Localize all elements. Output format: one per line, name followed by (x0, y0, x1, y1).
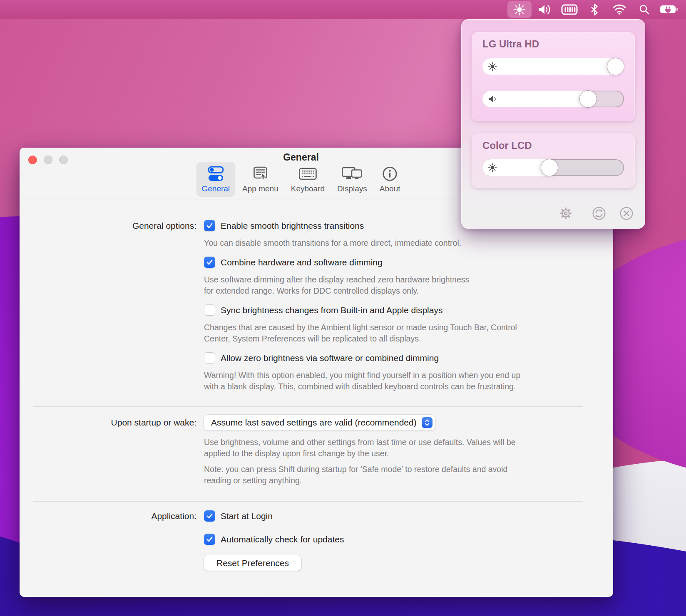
checkbox-label: Enable smooth brightness transitions (221, 220, 364, 232)
checkbox-row: Allow zero brightness via software or co… (204, 352, 613, 364)
tab-label: Displays (337, 184, 367, 193)
check-icon (206, 258, 214, 266)
checkbox-label: Sync brightness changes from Built-in an… (221, 304, 442, 316)
check-icon (206, 222, 214, 230)
close-panel-button[interactable] (619, 206, 634, 221)
settings-button[interactable] (558, 206, 573, 221)
general-options-controls: Enable smooth brightness transitions You… (204, 220, 613, 400)
reset-preferences-button[interactable]: Reset Preferences (204, 555, 301, 571)
option-description: Use software dimming after the display r… (204, 274, 613, 297)
brightness-slider[interactable] (482, 159, 624, 176)
volume-slider[interactable] (482, 91, 624, 107)
bluetooth-menu-icon[interactable] (582, 1, 606, 18)
volume-menu-icon[interactable] (532, 1, 557, 18)
sun-icon (513, 3, 526, 16)
brightness-slider[interactable] (482, 58, 624, 75)
slider-fill (482, 58, 623, 75)
displays-icon (341, 166, 363, 182)
search-menu-icon[interactable] (632, 1, 656, 18)
minimize-window-button[interactable] (44, 156, 52, 164)
checkbox-row: Combine hardware and software dimming (204, 257, 613, 268)
sun-icon (488, 62, 497, 71)
select-stepper-icon (422, 417, 432, 428)
speaker-icon (488, 95, 497, 103)
checkbox-auto-updates[interactable] (204, 534, 215, 545)
application-label: Application: (20, 510, 204, 571)
screen: LG Ultra HD (0, 0, 686, 616)
checkbox-label: Combine hardware and software dimming (221, 257, 383, 268)
menu-bar (0, 0, 686, 19)
tab-label: Keyboard (291, 184, 325, 193)
checkbox-row: Sync brightness changes from Built-in an… (204, 304, 613, 316)
general-options-row: General options: Enable smooth brightnes… (20, 220, 613, 400)
display-name: Color LCD (482, 140, 532, 151)
startup-row: Upon startup or wake: Assume last saved … (20, 415, 613, 494)
select-value: Assume last saved settings are valid (re… (211, 418, 417, 428)
slider-fill (482, 91, 596, 107)
tab-label: General (201, 184, 230, 193)
startup-description: Use brightness, volume and other setting… (204, 437, 613, 459)
slider-knob[interactable] (541, 159, 558, 176)
startup-label: Upon startup or wake: (20, 415, 204, 494)
speaker-icon (537, 4, 552, 15)
check-icon (206, 512, 214, 520)
startup-note: Note: you can press Shift during startup… (204, 464, 613, 486)
bluetooth-icon (590, 3, 599, 16)
startup-controls: Assume last saved settings are valid (re… (204, 415, 613, 494)
close-icon (619, 206, 634, 221)
option-description: You can disable smooth transitions for a… (204, 237, 613, 249)
display-card-color-lcd: Color LCD (472, 134, 635, 188)
checkbox-row: Automatically check for updates (204, 534, 613, 545)
section-divider (33, 501, 583, 502)
battery-menu-icon[interactable] (657, 1, 681, 18)
slider-knob[interactable] (607, 58, 624, 75)
check-icon (206, 535, 214, 543)
checkbox-sync-brightness[interactable] (204, 304, 215, 316)
brightness-menu-icon[interactable] (507, 1, 532, 18)
search-icon (639, 4, 650, 15)
option-description: Warning! With this option enabled, you m… (204, 370, 613, 392)
checkbox-label: Start at Login (221, 510, 273, 522)
checkbox-smooth-transitions[interactable] (204, 220, 215, 231)
tab-label: About (380, 184, 400, 193)
tab-general[interactable]: General (196, 162, 235, 197)
app-menu-icon (251, 166, 269, 182)
battery-charging-icon (660, 4, 679, 15)
tab-displays[interactable]: Displays (332, 162, 373, 197)
panel-actions (558, 206, 634, 221)
sun-icon (488, 163, 497, 172)
toggles-icon (206, 166, 225, 182)
application-controls: Start at Login Automatically check for u… (204, 510, 613, 571)
keyboard-brightness-icon (561, 4, 578, 15)
checkbox-label: Allow zero brightness via software or co… (221, 352, 439, 364)
traffic-lights (28, 156, 68, 164)
tab-keyboard[interactable]: Keyboard (286, 162, 330, 197)
startup-behavior-select[interactable]: Assume last saved settings are valid (re… (204, 415, 435, 430)
display-name: LG Ultra HD (482, 38, 539, 50)
refresh-icon (592, 206, 606, 221)
zoom-window-button[interactable] (59, 156, 68, 164)
keyboard-icon (298, 166, 318, 182)
close-window-button[interactable] (28, 156, 37, 164)
wifi-menu-icon[interactable] (607, 1, 631, 18)
refresh-button[interactable] (592, 206, 606, 221)
tab-about[interactable]: About (374, 162, 406, 197)
keyboard-brightness-menu-icon[interactable] (557, 1, 582, 18)
option-description: Changes that are caused by the Ambient l… (204, 322, 613, 344)
general-options-label: General options: (20, 220, 204, 400)
checkbox-start-at-login[interactable] (204, 510, 215, 522)
tab-label: App menu (242, 184, 278, 193)
window-title: General (283, 152, 319, 163)
wifi-icon (612, 4, 626, 15)
checkbox-combine-dimming[interactable] (204, 257, 215, 268)
displays-dropdown-panel: LG Ultra HD (461, 19, 645, 229)
checkbox-row: Start at Login (204, 510, 613, 522)
checkbox-zero-brightness[interactable] (204, 352, 215, 364)
application-row: Application: Start at Login (20, 510, 613, 571)
display-card-lg-ultra-hd: LG Ultra HD (472, 32, 635, 121)
toolbar-tabs: General App m (196, 162, 405, 197)
section-divider (33, 406, 583, 407)
tab-app-menu[interactable]: App menu (237, 162, 284, 197)
slider-knob[interactable] (580, 91, 597, 107)
settings-content: General options: Enable smooth brightnes… (20, 200, 613, 571)
